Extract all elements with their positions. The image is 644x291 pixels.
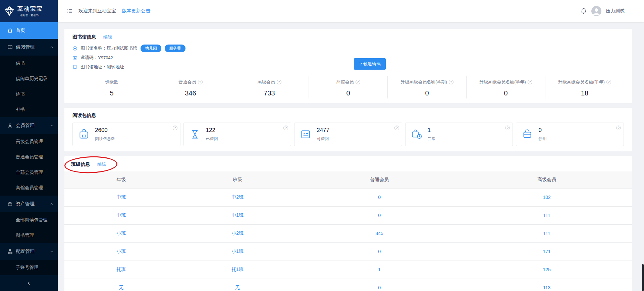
invite-code-label: 邀请码：	[80, 55, 98, 61]
pkg-abnormal-box: 1 异常	[405, 123, 513, 146]
scrollbar-thumb[interactable]	[642, 264, 644, 291]
cell-regular-count[interactable]: 0	[297, 188, 462, 206]
help-icon[interactable]	[198, 80, 203, 84]
cell-class[interactable]: 中2班	[178, 188, 297, 206]
version-announcement-link[interactable]: 版本更新公告	[122, 8, 150, 14]
sidebar-group-config-management[interactable]: 配置管理	[0, 243, 58, 260]
cell-premium-count[interactable]: 111	[462, 206, 632, 224]
notification-bell-icon[interactable]	[580, 8, 587, 14]
help-icon[interactable]	[394, 126, 399, 130]
cell-regular-count[interactable]: 345	[297, 224, 462, 242]
sidebar-item-borrow-book[interactable]: 借书	[0, 56, 58, 71]
pkg-label: 已借阅	[206, 136, 218, 142]
cell-grade[interactable]: 托班	[64, 261, 178, 279]
service-fee-badge: 服务费	[165, 45, 185, 52]
invite-code-row: 邀请码： Y97042	[72, 53, 624, 62]
help-icon[interactable]	[449, 80, 453, 84]
library-edit-link[interactable]: 编辑	[103, 34, 112, 40]
library-address-row: 图书馆地址： 测试地址	[72, 62, 624, 72]
cell-class[interactable]: 无	[178, 279, 297, 291]
help-icon[interactable]	[173, 126, 177, 130]
cell-class[interactable]: 托1班	[178, 261, 297, 279]
sidebar-group-asset-management[interactable]: 资产管理	[0, 196, 58, 212]
class-edit-link[interactable]: 编辑	[97, 161, 106, 167]
pkg-value: 0	[538, 127, 546, 134]
submenu-config-management: 子账号管理	[0, 260, 58, 275]
cell-regular-count[interactable]: 1	[297, 261, 462, 279]
cell-premium-count[interactable]: 125	[462, 261, 632, 279]
help-icon[interactable]	[606, 80, 611, 84]
download-invite-code-button[interactable]: 下载邀请码	[354, 58, 386, 70]
kindergarten-badge: 幼儿园	[141, 45, 161, 52]
cell-regular-count[interactable]: 0	[297, 279, 462, 291]
user-icon	[7, 123, 13, 128]
sidebar-item-premium-members[interactable]: 高级会员管理	[0, 134, 58, 149]
sidebar-collapse-button[interactable]	[0, 275, 58, 291]
reading-stats-row: 2600 阅读包总数 122 已借阅	[72, 123, 624, 146]
sidebar-group-borrow-management[interactable]: 借阅管理	[0, 39, 58, 56]
user-avatar[interactable]	[591, 6, 601, 16]
sidebar-item-home[interactable]: 首页	[0, 22, 58, 39]
sidebar-item-borrow-history[interactable]: 借阅单历史记录	[0, 71, 58, 86]
sidebar-group-member-management[interactable]: 会员管理	[0, 117, 58, 134]
table-row: 托班 托1班 1 125	[64, 261, 632, 279]
pkg-total-box: 2600 阅读包总数	[72, 123, 180, 146]
cell-premium-count[interactable]: 102	[462, 188, 632, 206]
sidebar-group-label: 资产管理	[16, 201, 35, 207]
help-icon[interactable]	[277, 80, 281, 84]
stat-label: 普通会员	[179, 79, 196, 85]
cell-premium-count[interactable]: 113	[462, 279, 632, 291]
help-icon[interactable]	[616, 126, 621, 130]
username-text[interactable]: 压力测试	[606, 8, 625, 14]
stat-label: 高级会员	[258, 79, 275, 85]
sidebar-item-departed-members[interactable]: 离馆会员管理	[0, 180, 58, 196]
sidebar-item-all-reading-packages[interactable]: 全部阅读包管理	[0, 212, 58, 228]
chevron-up-icon	[50, 249, 54, 253]
help-icon[interactable]	[528, 80, 532, 84]
cell-premium-count[interactable]: 111	[462, 224, 632, 242]
sidebar-item-return-book[interactable]: 还书	[0, 86, 58, 102]
chevron-up-icon	[50, 202, 54, 206]
cell-class[interactable]: 小2班	[178, 224, 297, 242]
stat-value: 0	[388, 89, 466, 97]
menu-list-icon[interactable]	[66, 8, 73, 14]
help-icon[interactable]	[283, 126, 288, 130]
cell-grade[interactable]: 小班	[64, 242, 178, 261]
submenu-asset-management: 全部阅读包管理 图书管理	[0, 212, 58, 243]
cell-grade[interactable]: 无	[64, 279, 178, 291]
cell-grade[interactable]: 中班	[64, 206, 178, 224]
sidebar-item-regular-members[interactable]: 普通会员管理	[0, 149, 58, 165]
stat-value: 5	[72, 89, 151, 97]
cell-regular-count[interactable]: 0	[297, 206, 462, 224]
submenu-borrow-management: 借书 借阅单历史记录 还书 补书	[0, 56, 58, 117]
invite-code-value: Y97042	[98, 55, 113, 60]
cell-grade[interactable]: 小班	[64, 224, 178, 242]
stat-label: 升级高级会员名额(半年)	[558, 79, 605, 85]
cell-premium-count[interactable]: 171	[462, 242, 632, 261]
help-icon[interactable]	[356, 80, 360, 84]
bag-disabled-icon	[521, 128, 534, 141]
table-row: 小班 小2班 345 111	[64, 224, 632, 242]
col-header-class: 班级	[178, 171, 297, 188]
stat-upgrade-quota-schoolyear: 升级高级会员名额(学年) 0	[467, 76, 545, 98]
col-header-grade: 年级	[64, 171, 178, 188]
member-badge-icon	[72, 46, 77, 51]
cell-regular-count[interactable]: 0	[297, 242, 462, 261]
org-chart-icon	[7, 249, 13, 254]
pkg-value: 122	[206, 127, 218, 134]
col-header-regular-members: 普通会员	[297, 171, 462, 188]
cell-class[interactable]: 小1班	[178, 242, 297, 261]
hourglass-icon	[189, 128, 201, 141]
reading-card-title: 阅读包信息	[72, 113, 96, 119]
cell-class[interactable]: 中1班	[178, 206, 297, 224]
cell-grade[interactable]: 中班	[64, 188, 178, 206]
help-icon[interactable]	[505, 126, 510, 130]
sidebar-item-replenish-book[interactable]: 补书	[0, 102, 58, 117]
sidebar-item-subaccount-management[interactable]: 子账号管理	[0, 260, 58, 275]
sidebar-item-book-management[interactable]: 图书管理	[0, 228, 58, 243]
bookmark-icon	[72, 65, 77, 70]
stat-class-count: 班级数 5	[72, 76, 151, 98]
stat-upgrade-quota-semester: 升级高级会员名额(学期) 0	[388, 76, 467, 98]
sidebar-item-all-members[interactable]: 全部会员管理	[0, 165, 58, 180]
pkg-label: 停用	[538, 136, 546, 142]
